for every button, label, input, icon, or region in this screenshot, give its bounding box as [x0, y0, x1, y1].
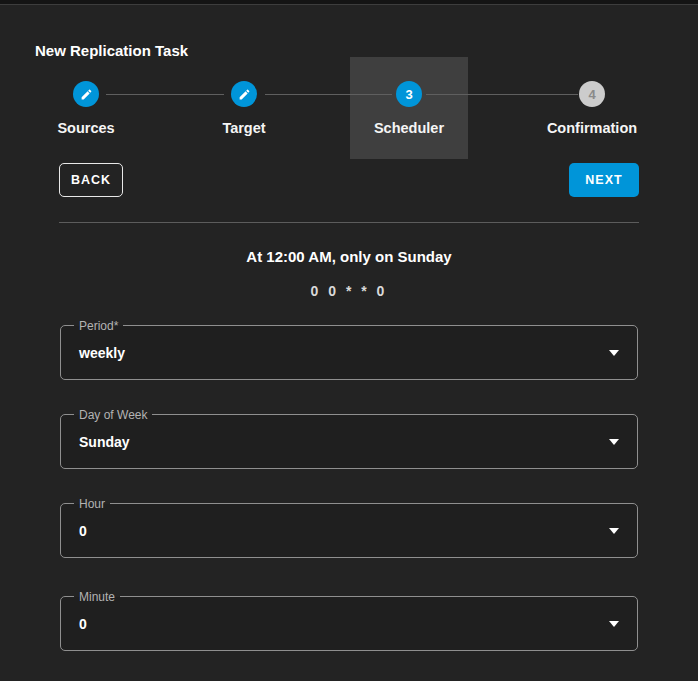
pencil-icon	[80, 88, 93, 101]
step-label-confirmation[interactable]: Confirmation	[547, 120, 637, 136]
step-scheduler-circle[interactable]: 3	[396, 81, 422, 107]
window-top-strip	[0, 0, 698, 5]
step-confirmation-circle[interactable]: 4	[579, 81, 605, 107]
active-step-highlight	[350, 57, 468, 159]
section-divider	[59, 222, 639, 223]
back-button[interactable]: BACK	[59, 163, 123, 197]
step-label-scheduler[interactable]: Scheduler	[374, 120, 444, 136]
minute-label: Minute	[74, 589, 120, 605]
period-label: Period*	[74, 318, 123, 334]
pencil-icon	[238, 88, 251, 101]
period-select[interactable]: Period* weekly	[60, 325, 638, 380]
chevron-down-icon	[609, 528, 619, 534]
day-of-week-label: Day of Week	[74, 407, 152, 423]
step-number: 3	[405, 87, 412, 102]
chevron-down-icon	[609, 439, 619, 445]
step-connector-line	[265, 94, 392, 95]
minute-select[interactable]: Minute 0	[60, 596, 638, 651]
hour-value: 0	[79, 523, 87, 539]
hour-select[interactable]: Hour 0	[60, 503, 638, 558]
schedule-summary-text: At 12:00 AM, only on Sunday	[0, 248, 698, 265]
hour-label: Hour	[74, 496, 110, 512]
step-target-circle[interactable]	[231, 81, 257, 107]
step-label-target[interactable]: Target	[222, 120, 265, 136]
next-button[interactable]: NEXT	[569, 163, 639, 197]
step-number: 4	[588, 87, 595, 102]
day-of-week-value: Sunday	[79, 434, 130, 450]
step-connector-line	[106, 94, 224, 95]
step-connector-line	[426, 94, 578, 95]
step-label-sources[interactable]: Sources	[57, 120, 114, 136]
chevron-down-icon	[609, 621, 619, 627]
day-of-week-select[interactable]: Day of Week Sunday	[60, 414, 638, 469]
chevron-down-icon	[609, 350, 619, 356]
cron-expression-text: 0 0 * * 0	[0, 283, 698, 299]
wizard-stepper: Sources Target 3 Scheduler 4 Confirmatio…	[0, 57, 698, 160]
period-value: weekly	[79, 345, 125, 361]
minute-value: 0	[79, 616, 87, 632]
step-sources-circle[interactable]	[73, 81, 99, 107]
